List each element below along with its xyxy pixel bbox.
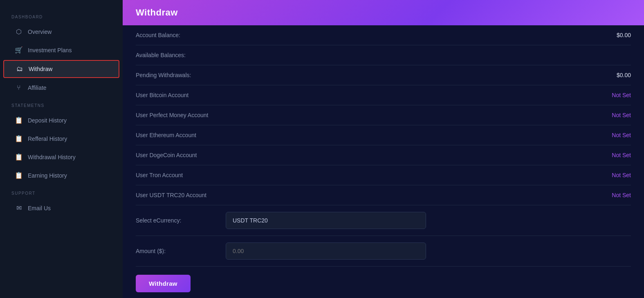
user-tron-label: User Tron Account	[136, 172, 183, 178]
sidebar: DASHBOARD ⬡ Overview 🛒 Investment Plans …	[0, 0, 123, 298]
sidebar-label-investment-plans: Investment Plans	[28, 47, 72, 53]
user-bitcoin-label: User Bitcoin Account	[136, 92, 188, 98]
sidebar-item-withdrawal-history[interactable]: 📋 Withdrawal History	[3, 149, 119, 165]
sidebar-item-deposit-history[interactable]: 📋 Deposit History	[3, 112, 119, 129]
sidebar-item-earning-history[interactable]: 📋 Earning History	[3, 167, 119, 184]
select-ecurrency-input[interactable]	[226, 212, 426, 229]
user-usdt-trc20-value: Not Set	[612, 192, 631, 198]
user-perfect-money-label: User Perfect Money Account	[136, 112, 208, 118]
sidebar-label-affiliate: Affiliate	[28, 85, 47, 91]
sidebar-label-withdrawal-history: Withdrawal History	[28, 154, 76, 160]
page-title: Withdraw	[136, 7, 178, 18]
account-balance-value: $0.00	[617, 32, 631, 38]
sidebar-label-email-us: Email Us	[28, 205, 51, 211]
page-header: Withdraw	[123, 0, 644, 25]
sidebar-item-overview[interactable]: ⬡ Overview	[3, 23, 119, 40]
sidebar-item-email-us[interactable]: ✉ Email Us	[3, 200, 119, 216]
main-content: Withdraw Account Balance: $0.00 Availabl…	[123, 0, 644, 298]
account-balance-row: Account Balance: $0.00	[136, 25, 631, 45]
support-section-label: SUPPORT	[0, 185, 123, 199]
sidebar-item-referral-history[interactable]: 📋 Refferal History	[3, 130, 119, 147]
pending-withdrawals-label: Pending Withdrawals:	[136, 72, 191, 78]
email-icon: ✉	[15, 204, 23, 212]
user-usdt-trc20-label: User USDT TRC20 Account	[136, 192, 206, 198]
sidebar-label-overview: Overview	[28, 29, 52, 35]
user-tron-value: Not Set	[612, 172, 631, 178]
sidebar-item-affiliate[interactable]: ⑂ Affiliate	[3, 80, 119, 96]
dashboard-section-label: DASHBOARD	[0, 8, 123, 22]
user-perfect-money-value: Not Set	[612, 112, 631, 118]
sidebar-label-deposit-history: Deposit History	[28, 117, 67, 124]
referral-history-icon: 📋	[15, 135, 23, 142]
user-bitcoin-row: User Bitcoin Account Not Set	[136, 85, 631, 105]
pending-withdrawals-row: Pending Withdrawals: $0.00	[136, 65, 631, 85]
account-balance-label: Account Balance:	[136, 32, 180, 38]
available-balances-label: Available Balances:	[136, 52, 186, 58]
user-bitcoin-value: Not Set	[612, 92, 631, 98]
deposit-history-icon: 📋	[15, 116, 23, 124]
earning-history-icon: 📋	[15, 171, 23, 179]
pending-withdrawals-value: $0.00	[617, 72, 631, 78]
sidebar-label-withdraw: Withdraw	[29, 66, 52, 72]
user-dogecoin-value: Not Set	[612, 152, 631, 158]
sidebar-label-earning-history: Earning History	[28, 172, 67, 179]
select-ecurrency-row: Select eCurrency:	[136, 205, 631, 236]
content-area: Account Balance: $0.00 Available Balance…	[123, 25, 644, 298]
sidebar-item-investment-plans[interactable]: 🛒 Investment Plans	[3, 42, 119, 58]
available-balances-row: Available Balances:	[136, 45, 631, 65]
affiliate-icon: ⑂	[15, 84, 23, 91]
user-ethereum-label: User Ethereum Account	[136, 132, 196, 138]
user-dogecoin-label: User DogeCoin Account	[136, 152, 197, 158]
sidebar-item-withdraw[interactable]: 🗂 Withdraw	[3, 60, 119, 78]
user-tron-row: User Tron Account Not Set	[136, 165, 631, 185]
sidebar-label-referral-history: Refferal History	[28, 136, 67, 142]
withdrawal-history-icon: 📋	[15, 153, 23, 161]
statements-section-label: STATEMETNS	[0, 97, 123, 111]
withdraw-icon: 🗂	[16, 65, 24, 73]
amount-label: Amount ($):	[136, 248, 218, 254]
user-perfect-money-row: User Perfect Money Account Not Set	[136, 105, 631, 125]
user-dogecoin-row: User DogeCoin Account Not Set	[136, 145, 631, 165]
overview-icon: ⬡	[15, 28, 23, 36]
investment-icon: 🛒	[15, 46, 23, 54]
amount-input[interactable]	[226, 242, 426, 260]
user-ethereum-row: User Ethereum Account Not Set	[136, 125, 631, 145]
user-ethereum-value: Not Set	[612, 132, 631, 138]
user-usdt-trc20-row: User USDT TRC20 Account Not Set	[136, 185, 631, 205]
withdraw-button[interactable]: Withdraw	[136, 275, 191, 292]
amount-row: Amount ($):	[136, 236, 631, 267]
select-ecurrency-label: Select eCurrency:	[136, 217, 218, 224]
